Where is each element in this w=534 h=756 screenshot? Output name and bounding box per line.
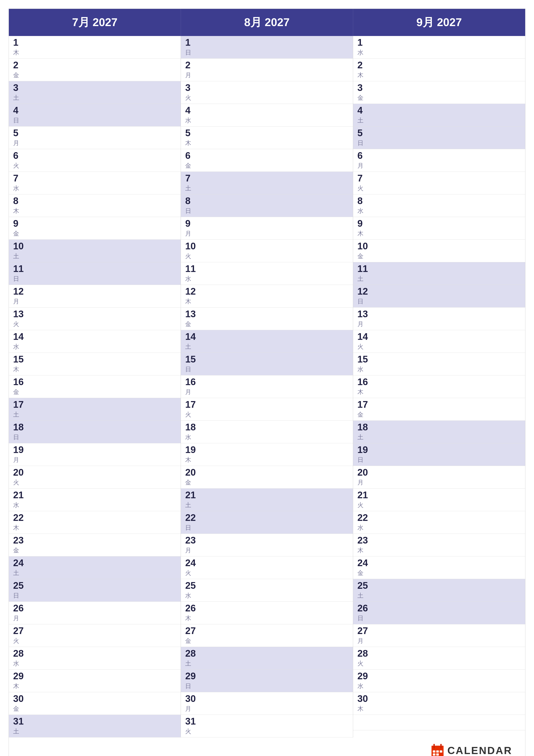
svg-rect-2 [431, 748, 444, 749]
day-row: 9木 [353, 217, 525, 240]
day-info: 21火 [357, 490, 375, 509]
day-number: 28 [185, 649, 202, 658]
day-info: 14火 [357, 332, 375, 351]
day-name: 木 [185, 297, 202, 306]
day-name: 水 [185, 116, 202, 124]
day-number: 25 [357, 581, 375, 590]
day-name: 土 [185, 184, 202, 192]
day-row: 13火 [9, 308, 181, 330]
day-info: 25日 [13, 581, 30, 600]
day-name: 土 [185, 501, 202, 509]
day-info: 24金 [357, 558, 375, 577]
day-number: 28 [357, 649, 375, 658]
day-info: 18日 [13, 422, 30, 441]
day-row: 22木 [9, 511, 181, 534]
day-number: 5 [185, 128, 202, 138]
day-number: 11 [185, 264, 202, 274]
day-info: 4土 [357, 106, 375, 124]
day-row: 17金 [353, 398, 525, 421]
day-info: 21土 [185, 490, 202, 509]
day-info: 24火 [185, 558, 202, 577]
day-info: 3金 [357, 83, 375, 102]
day-number: 4 [13, 106, 30, 115]
day-info: 3土 [13, 83, 30, 102]
day-info: 13金 [185, 309, 202, 328]
day-name: 火 [185, 252, 202, 260]
month-header-1: 7月 2027 [9, 9, 181, 36]
day-info: 19木 [185, 445, 202, 464]
day-row: 16月 [181, 375, 353, 398]
day-info: 16金 [13, 377, 30, 396]
day-number: 18 [357, 422, 375, 432]
day-number: 23 [13, 535, 30, 545]
day-number: 18 [185, 422, 202, 432]
day-number: 19 [357, 445, 375, 454]
day-row: 4土 [353, 104, 525, 126]
day-row: 11日 [9, 262, 181, 285]
day-row: 31火 [181, 715, 353, 738]
day-number: 26 [13, 604, 30, 613]
day-name: 日 [185, 207, 202, 215]
day-name: 水 [13, 501, 30, 509]
day-name: 月 [185, 546, 202, 554]
day-info: 9月 [185, 219, 202, 238]
day-number: 19 [13, 445, 30, 454]
day-name: 土 [357, 592, 375, 600]
day-name: 金 [357, 94, 375, 102]
day-info: 24土 [13, 558, 30, 577]
day-row: 9月 [181, 217, 353, 240]
day-row: 2月 [181, 59, 353, 81]
day-row: 21土 [181, 489, 353, 511]
day-number: 14 [357, 332, 375, 341]
day-info: 20金 [185, 468, 202, 487]
day-number: 30 [13, 694, 30, 703]
day-name: 日 [185, 365, 202, 373]
day-number: 31 [185, 716, 202, 726]
day-info: 14水 [13, 332, 30, 351]
day-number: 1 [185, 38, 202, 47]
day-row: 15木 [9, 353, 181, 375]
day-name: 火 [185, 569, 202, 577]
day-name: 月 [185, 705, 202, 713]
day-number: 19 [185, 445, 202, 454]
day-row: 25土 [353, 579, 525, 602]
day-number: 21 [13, 490, 30, 500]
day-name: 火 [13, 478, 30, 487]
day-name: 日 [357, 456, 375, 464]
day-row: 29水 [353, 670, 525, 692]
day-name: 日 [13, 116, 30, 124]
day-row: 15水 [353, 353, 525, 375]
day-row: 19月 [9, 443, 181, 466]
day-row: 28土 [181, 647, 353, 670]
day-info: 7水 [13, 174, 30, 192]
svg-rect-6 [436, 750, 439, 753]
day-info: 13月 [357, 309, 375, 328]
day-info: 5日 [357, 128, 375, 147]
day-info: 11水 [185, 264, 202, 283]
day-name: 日 [13, 592, 30, 600]
day-name: 日 [185, 48, 202, 57]
day-info: 10土 [13, 241, 30, 260]
day-name: 火 [357, 343, 375, 351]
day-row: 18水 [181, 421, 353, 443]
day-row: 28火 [353, 647, 525, 670]
day-info: 10金 [357, 241, 375, 260]
day-name: 木 [357, 71, 375, 79]
day-row: 12木 [181, 285, 353, 308]
logo-area: CALENDAR [431, 744, 512, 756]
day-number: 9 [357, 219, 375, 228]
day-row: 23金 [9, 534, 181, 556]
logo-text: CALENDAR [447, 744, 512, 756]
day-number: 16 [185, 377, 202, 387]
day-number: 11 [13, 264, 30, 274]
day-number: 24 [357, 558, 375, 568]
day-info: 27金 [185, 626, 202, 645]
day-number: 14 [185, 332, 202, 341]
day-number: 1 [13, 38, 30, 47]
day-number: 20 [13, 468, 30, 477]
day-number: 12 [185, 286, 202, 296]
day-name: 月 [185, 230, 202, 238]
day-number: 13 [13, 309, 30, 319]
day-number: 6 [357, 151, 375, 160]
day-number: 17 [357, 400, 375, 409]
